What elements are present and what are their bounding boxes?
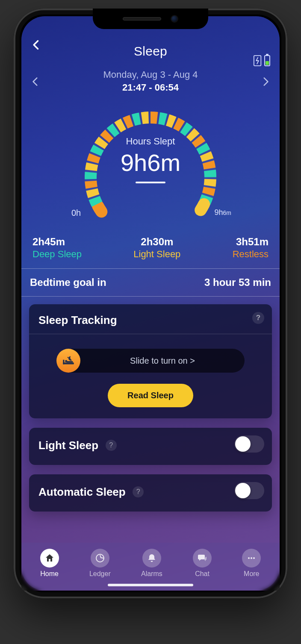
- next-day-button[interactable]: [258, 76, 273, 91]
- restless-stat: 3h51m Restless: [233, 236, 269, 260]
- svg-rect-5: [67, 361, 73, 362]
- bedtime-goal-label: Bedtime goal in: [30, 276, 106, 288]
- timespan-label: 21:47 - 06:54: [43, 82, 258, 93]
- tab-home[interactable]: Home: [40, 549, 59, 578]
- date-range-row: Monday, Aug 3 - Aug 4 21:47 - 06:54: [21, 69, 280, 93]
- light-sleep-card: Light Sleep ?: [29, 428, 272, 465]
- gauge-label: Hours Slept: [59, 136, 242, 147]
- bedtime-goal-row: Bedtime goal in 3 hour 53 min: [21, 269, 280, 296]
- phone-frame: Sleep Monday, Aug 3 - Aug 4: [14, 9, 287, 598]
- tab-ledger[interactable]: Ledger: [89, 549, 111, 578]
- slide-to-turn-on[interactable]: Slide to turn on >: [56, 349, 245, 373]
- bedtime-goal-value: 3 hour 53 min: [204, 276, 271, 288]
- automatic-sleep-toggle[interactable]: [234, 482, 264, 499]
- home-indicator[interactable]: [108, 584, 193, 586]
- date-label: Monday, Aug 3 - Aug 4: [43, 69, 258, 80]
- help-icon[interactable]: ?: [133, 486, 144, 497]
- sleep-icon: [56, 349, 80, 373]
- tab-chat[interactable]: Chat: [193, 549, 212, 578]
- gauge-end-label: 9h6m: [215, 208, 231, 217]
- sleep-tracking-card: Sleep Tracking ?: [29, 304, 272, 418]
- sleep-breakdown-row: 2h45m Deep Sleep 2h30m Light Sleep 3h51m…: [21, 228, 280, 268]
- svg-rect-3: [63, 360, 64, 365]
- slider-label: Slide to turn on >: [80, 356, 245, 366]
- svg-point-7: [248, 557, 250, 559]
- sleep-tracking-title: Sleep Tracking: [38, 314, 263, 327]
- tab-more[interactable]: More: [242, 549, 261, 578]
- back-button[interactable]: [29, 38, 44, 52]
- svg-rect-2: [63, 362, 74, 364]
- device-notch: [93, 9, 208, 29]
- automatic-sleep-title: Automatic Sleep: [38, 485, 126, 499]
- automatic-sleep-card: Automatic Sleep ?: [29, 474, 272, 512]
- gauge-start-label: 0h: [71, 208, 81, 218]
- light-sleep-toggle[interactable]: [234, 435, 264, 453]
- gauge-value: 9h6m: [59, 149, 242, 176]
- svg-point-9: [253, 557, 255, 559]
- storage-icon: [253, 55, 263, 67]
- help-icon[interactable]: ?: [252, 312, 264, 324]
- sleep-gauge: Hours Slept 9h6m 0h 9h6m: [59, 98, 242, 226]
- help-icon[interactable]: ?: [106, 440, 117, 451]
- read-sleep-button[interactable]: Read Sleep: [108, 384, 193, 407]
- tab-alarms[interactable]: Alarms: [141, 549, 162, 578]
- light-sleep-title: Light Sleep: [38, 439, 98, 452]
- svg-point-1: [68, 357, 69, 358]
- light-sleep-stat: 2h30m Light Sleep: [133, 236, 180, 260]
- deep-sleep-stat: 2h45m Deep Sleep: [32, 236, 82, 260]
- svg-point-8: [251, 557, 252, 559]
- status-icons: [253, 55, 270, 67]
- top-bar: Sleep: [21, 35, 280, 63]
- page-title: Sleep: [134, 44, 167, 59]
- prev-day-button[interactable]: [28, 76, 43, 91]
- battery-icon: [264, 55, 270, 66]
